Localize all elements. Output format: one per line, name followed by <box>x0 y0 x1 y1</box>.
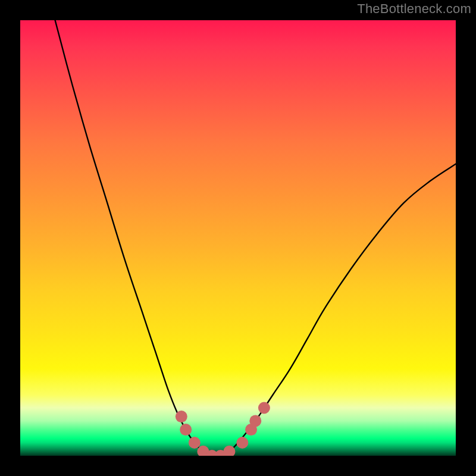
curve-marker-dot <box>176 411 187 422</box>
bottleneck-curve <box>55 20 456 456</box>
curve-marker-dot <box>249 415 261 427</box>
curve-marker-dot <box>258 402 270 414</box>
plot-area <box>20 20 456 456</box>
curve-marker-dot <box>189 437 201 449</box>
curve-marker-dot <box>180 424 192 436</box>
curve-marker-dot <box>236 437 248 449</box>
chart-frame: TheBottleneck.com <box>0 0 476 476</box>
bottleneck-curve-svg <box>20 20 456 456</box>
watermark-text: TheBottleneck.com <box>357 1 471 17</box>
